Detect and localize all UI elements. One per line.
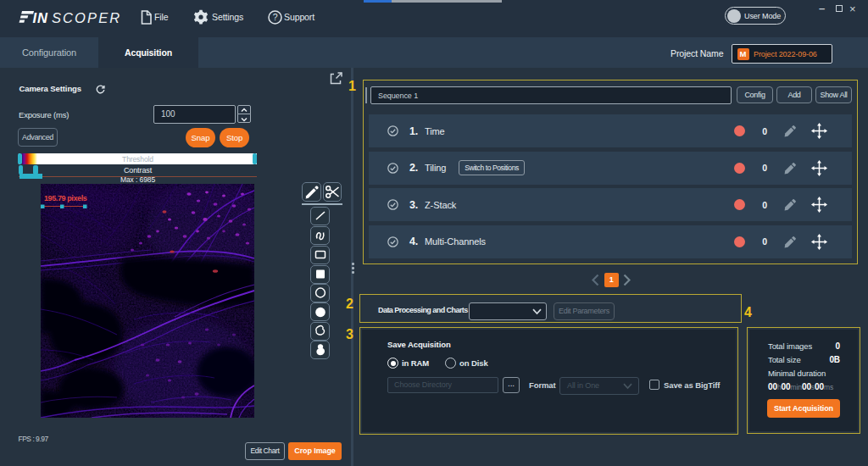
svg-text:SCOPER: SCOPER <box>52 10 121 25</box>
svg-text:?: ? <box>273 12 278 22</box>
svg-text:IN: IN <box>33 10 48 25</box>
svg-text:195.79 pixels: 195.79 pixels <box>44 194 87 202</box>
